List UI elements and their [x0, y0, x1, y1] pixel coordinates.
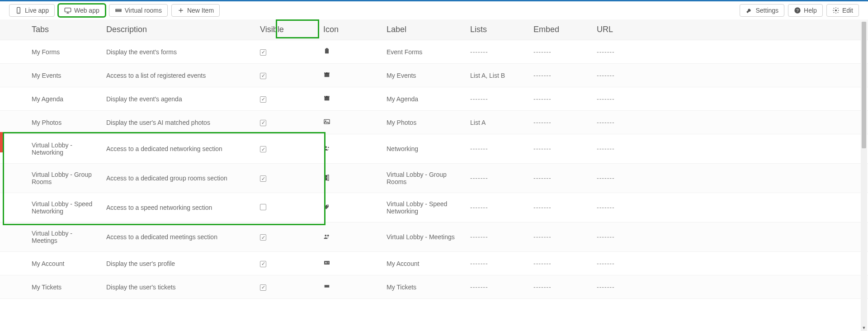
embed-cell: ------- — [529, 111, 592, 134]
scrollbar-arrow-down[interactable]: ▼ — [861, 325, 867, 329]
svg-point-18 — [327, 205, 328, 206]
visible-checkbox[interactable] — [260, 49, 266, 56]
web-app-label: Web app — [74, 7, 99, 14]
description: Access to a dedicated group rooms sectio… — [102, 164, 255, 193]
table-row[interactable]: Virtual Lobby - MeetingsAccess to a dedi… — [0, 222, 868, 252]
visible-cell — [255, 40, 319, 64]
svg-rect-16 — [325, 175, 327, 180]
lists-cell: ------- — [466, 193, 529, 222]
description: Access to a speed networking section — [102, 193, 255, 222]
visible-cell — [255, 252, 319, 275]
label-cell: Networking — [382, 134, 466, 164]
table-container: Tabs Description Visible Icon Label List… — [0, 19, 868, 329]
embed-cell: ------- — [529, 164, 592, 193]
new-item-button[interactable]: New Item — [171, 4, 220, 17]
description: Display the event's forms — [102, 40, 255, 64]
url-cell: ------- — [592, 40, 868, 64]
visible-checkbox[interactable] — [260, 261, 266, 267]
web-app-button[interactable]: Web app — [58, 4, 105, 17]
table-row[interactable]: My AgendaDisplay the event's agendaMy Ag… — [0, 87, 868, 111]
virtual-rooms-button[interactable]: Virtual rooms — [109, 4, 168, 17]
plus-icon — [177, 7, 184, 14]
svg-point-19 — [325, 235, 326, 236]
table-row[interactable]: My PhotosDisplay the user's AI matched p… — [0, 111, 868, 134]
description: Access to a dedicated networking section — [102, 134, 255, 164]
table-row[interactable]: Virtual Lobby - Group RoomsAccess to a d… — [0, 164, 868, 193]
table-row[interactable]: My TicketsDisplay the user's ticketsMy T… — [0, 275, 868, 299]
description: Display the user's AI matched photos — [102, 111, 255, 134]
edit-label: Edit — [842, 7, 853, 14]
calendar-icon — [323, 72, 330, 80]
help-button[interactable]: ?Help — [788, 4, 823, 17]
svg-point-15 — [328, 147, 329, 148]
visible-cell — [255, 64, 319, 87]
lists-cell: List A, List B — [466, 64, 529, 87]
description: Display the event's agenda — [102, 87, 255, 111]
visible-cell — [255, 222, 319, 252]
visible-checkbox[interactable] — [260, 284, 266, 291]
col-header-url[interactable]: URL — [592, 19, 868, 40]
people2-icon — [323, 234, 330, 241]
live-app-label: Live app — [25, 7, 49, 14]
table-row[interactable]: My FormsDisplay the event's formsEvent F… — [0, 40, 868, 64]
vertical-scrollbar[interactable]: ▼ — [861, 22, 867, 329]
visible-checkbox[interactable] — [260, 234, 266, 241]
visible-cell — [255, 275, 319, 299]
table-row[interactable]: My EventsAccess to a list of registered … — [0, 64, 868, 87]
label-cell: Event Forms — [382, 40, 466, 64]
col-header-tabs[interactable]: Tabs — [0, 19, 102, 40]
tab-name: Virtual Lobby - Speed Networking — [0, 193, 102, 222]
svg-rect-11 — [325, 96, 330, 97]
tab-name: My Forms — [0, 40, 102, 64]
col-header-visible[interactable]: Visible — [255, 19, 319, 40]
visible-cell — [255, 134, 319, 164]
table-row[interactable]: Virtual Lobby - Speed NetworkingAccess t… — [0, 193, 868, 222]
idcard-icon — [323, 260, 330, 268]
lists-cell: ------- — [466, 222, 529, 252]
icon-cell — [319, 193, 382, 222]
edit-button[interactable]: Edit — [826, 4, 859, 17]
col-header-embed[interactable]: Embed — [529, 19, 592, 40]
embed-cell: ------- — [529, 252, 592, 275]
svg-rect-21 — [324, 261, 330, 265]
wrench-icon — [745, 7, 753, 14]
toolbar-left: Live appWeb appVirtual roomsNew Item — [9, 4, 220, 17]
visible-cell — [255, 193, 319, 222]
table-row[interactable]: My AccountDisplay the user's profileMy A… — [0, 252, 868, 275]
label-cell: My Agenda — [382, 87, 466, 111]
visible-checkbox[interactable] — [260, 73, 266, 79]
description: Display the user's tickets — [102, 275, 255, 299]
live-app-button[interactable]: Live app — [9, 4, 55, 17]
lists-cell: List A — [466, 111, 529, 134]
visible-cell — [255, 111, 319, 134]
tab-name: My Account — [0, 252, 102, 275]
people-icon — [323, 146, 330, 153]
monitor-icon — [64, 7, 71, 14]
visible-checkbox[interactable] — [260, 120, 266, 126]
lists-cell: ------- — [466, 252, 529, 275]
label-cell: My Account — [382, 252, 466, 275]
visible-checkbox[interactable] — [260, 146, 266, 152]
col-header-icon[interactable]: Icon — [319, 19, 382, 40]
visible-checkbox[interactable] — [260, 204, 266, 210]
scrollbar-thumb[interactable] — [862, 22, 866, 148]
visible-checkbox[interactable] — [260, 175, 266, 182]
embed-cell: ------- — [529, 40, 592, 64]
visible-checkbox[interactable] — [260, 96, 266, 103]
col-header-description[interactable]: Description — [102, 19, 255, 40]
tab-name: My Events — [0, 64, 102, 87]
label-cell: Virtual Lobby - Meetings — [382, 222, 466, 252]
table-row[interactable]: Virtual Lobby - NetworkingAccess to a de… — [0, 134, 868, 164]
door-icon — [323, 175, 330, 183]
svg-rect-9 — [325, 72, 330, 74]
url-cell: ------- — [592, 64, 868, 87]
clipboard-icon — [323, 49, 330, 56]
visible-cell — [255, 87, 319, 111]
settings-button[interactable]: Settings — [740, 4, 784, 17]
label-cell: My Photos — [382, 111, 466, 134]
col-header-lists[interactable]: Lists — [466, 19, 529, 40]
col-header-label[interactable]: Label — [382, 19, 466, 40]
embed-cell: ------- — [529, 64, 592, 87]
row-highlight-marker — [0, 132, 4, 152]
svg-point-1 — [18, 12, 19, 13]
